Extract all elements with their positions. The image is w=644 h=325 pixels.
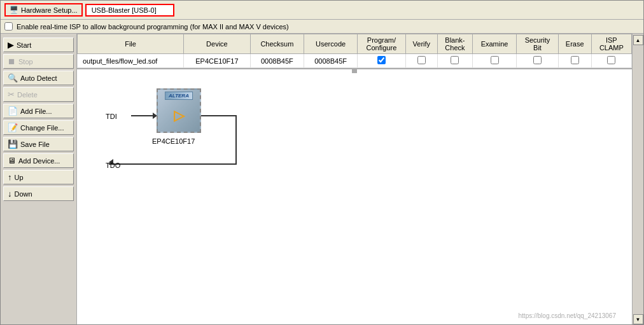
- programming-table: File Device Checksum Usercode Program/Co…: [77, 34, 632, 68]
- table-cell[interactable]: [517, 54, 559, 68]
- save-file-label: Save File: [20, 141, 50, 148]
- start-icon: ▶: [8, 40, 14, 50]
- diagram-area: TDI ALTERA ▷ EP4CE10F17 T: [77, 69, 632, 324]
- down-button[interactable]: ↓ Down: [3, 186, 74, 201]
- table-cell[interactable]: [437, 54, 472, 68]
- main-window: 🖥️ Hardware Setup... USB-Blaster [USB-0]…: [0, 0, 644, 325]
- sidebar: ▶ Start ⏹ Stop 🔍 Auto Detect ✂ Delete 📄 …: [1, 34, 77, 324]
- tdo-label: TDO: [106, 162, 120, 169]
- table-cell: output_files/flow_led.sof: [78, 54, 184, 68]
- chip-arrow-symbol: ▷: [174, 107, 185, 124]
- up-icon: ↑: [8, 172, 12, 182]
- save-file-button[interactable]: 💾 Save File: [3, 137, 74, 151]
- col-blank-check: Blank-Check: [437, 34, 472, 54]
- start-label: Start: [17, 41, 31, 49]
- col-device: Device: [184, 34, 251, 54]
- watermark-url: https://blog.csdn.net/qq_2421306: [519, 312, 613, 319]
- add-device-icon: 🖥: [8, 156, 16, 165]
- main-panel: File Device Checksum Usercode Program/Co…: [77, 34, 632, 324]
- chip-brand-label: ALTERA: [165, 92, 193, 100]
- col-usercode: Usercode: [304, 34, 357, 54]
- scroll-down-button[interactable]: ▼: [633, 314, 643, 324]
- table-cell[interactable]: [405, 54, 437, 68]
- tdi-arrow: [131, 115, 157, 116]
- table-cell: 0008B45F: [250, 54, 304, 68]
- col-verify: Verify: [405, 34, 437, 54]
- start-button[interactable]: ▶ Start: [3, 38, 74, 52]
- table-area: File Device Checksum Usercode Program/Co…: [77, 34, 632, 69]
- table-cell[interactable]: [472, 54, 516, 68]
- stop-icon: ⏹: [8, 57, 16, 66]
- col-security: SecurityBit: [517, 34, 559, 54]
- down-icon: ↓: [8, 189, 12, 198]
- scroll-up-button[interactable]: ▲: [633, 35, 643, 45]
- stop-label: Stop: [18, 58, 33, 66]
- watermark: https://blog.csdn.net/qq_24213067: [519, 312, 616, 319]
- up-label: Up: [15, 174, 24, 181]
- line-down: [235, 115, 237, 165]
- col-isp-clamp: ISPCLAMP: [591, 34, 631, 54]
- table-cell[interactable]: [591, 54, 631, 68]
- change-file-button[interactable]: 📝 Change File...: [3, 120, 74, 135]
- add-file-icon: 📄: [8, 106, 18, 116]
- line-bottom: [109, 163, 237, 165]
- down-label: Down: [15, 190, 32, 198]
- change-file-icon: 📝: [8, 123, 18, 132]
- hardware-icon: 🖥️: [10, 6, 18, 14]
- watermark-suffix: 7: [612, 312, 616, 319]
- table-row: output_files/flow_led.sofEP4CE10F170008B…: [78, 54, 632, 68]
- col-examine: Examine: [472, 34, 516, 54]
- add-file-label: Add File...: [20, 107, 52, 115]
- table-cell: 0008B45F: [304, 54, 357, 68]
- stop-button[interactable]: ⏹ Stop: [3, 54, 74, 69]
- delete-label: Delete: [17, 91, 38, 99]
- auto-detect-icon: 🔍: [8, 73, 18, 83]
- up-button[interactable]: ↑ Up: [3, 170, 74, 184]
- col-erase: Erase: [558, 34, 591, 54]
- table-cell[interactable]: [558, 54, 591, 68]
- table-cell[interactable]: [358, 54, 405, 68]
- col-file: File: [78, 34, 184, 54]
- add-device-label: Add Device...: [18, 157, 60, 165]
- chip-name-label: EP4CE10F17: [152, 137, 195, 145]
- hardware-setup-button[interactable]: 🖥️ Hardware Setup...: [4, 3, 83, 17]
- usb-blaster-display: USB-Blaster [USB-0]: [85, 4, 174, 17]
- top-bar: 🖥️ Hardware Setup... USB-Blaster [USB-0]: [1, 1, 643, 20]
- realtime-isp-checkbox[interactable]: [4, 22, 13, 31]
- line-right: [201, 115, 236, 116]
- delete-icon: ✂: [8, 90, 15, 99]
- add-device-button[interactable]: 🖥 Add Device...: [3, 153, 74, 168]
- usb-blaster-label: USB-Blaster [USB-0]: [92, 6, 157, 14]
- right-panel: ▲ ▼: [632, 34, 643, 324]
- save-file-icon: 💾: [8, 139, 18, 149]
- auto-detect-label: Auto Detect: [20, 74, 57, 82]
- realtime-isp-label: Enable real-time ISP to allow background…: [17, 23, 289, 31]
- checkbox-row: Enable real-time ISP to allow background…: [1, 20, 643, 34]
- change-file-label: Change File...: [20, 124, 64, 132]
- tdi-label: TDI: [106, 113, 117, 120]
- chip-box: ALTERA ▷: [157, 88, 201, 133]
- auto-detect-button[interactable]: 🔍 Auto Detect: [3, 71, 74, 85]
- resize-handle[interactable]: [352, 69, 357, 73]
- hardware-setup-label: Hardware Setup...: [21, 6, 78, 14]
- table-cell: EP4CE10F17: [184, 54, 251, 68]
- delete-button[interactable]: ✂ Delete: [3, 87, 74, 102]
- col-checksum: Checksum: [250, 34, 304, 54]
- col-program: Program/Configure: [358, 34, 405, 54]
- add-file-button[interactable]: 📄 Add File...: [3, 104, 74, 118]
- content-area: ▶ Start ⏹ Stop 🔍 Auto Detect ✂ Delete 📄 …: [1, 34, 643, 324]
